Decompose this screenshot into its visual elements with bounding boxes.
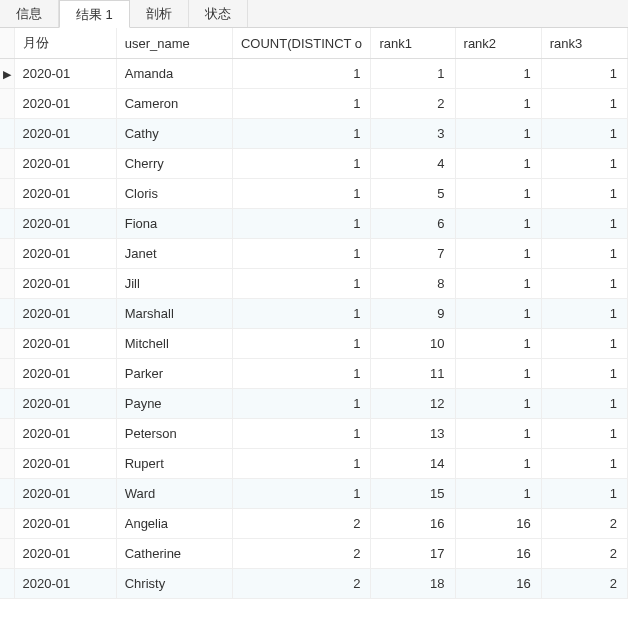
cell-count[interactable]: 1	[232, 209, 370, 239]
cell-month[interactable]: 2020-01	[14, 209, 116, 239]
cell-rank1[interactable]: 7	[371, 239, 455, 269]
cell-rank2[interactable]: 1	[455, 209, 541, 239]
cell-rank1[interactable]: 16	[371, 509, 455, 539]
cell-user-name[interactable]: Fiona	[116, 209, 232, 239]
table-row[interactable]: 2020-01Ward11511	[0, 479, 628, 509]
cell-count[interactable]: 1	[232, 299, 370, 329]
table-row[interactable]: 2020-01Angelia216162	[0, 509, 628, 539]
table-row[interactable]: 2020-01Catherine217162	[0, 539, 628, 569]
cell-month[interactable]: 2020-01	[14, 449, 116, 479]
cell-count[interactable]: 2	[232, 569, 370, 599]
cell-rank2[interactable]: 1	[455, 299, 541, 329]
cell-rank3[interactable]: 1	[541, 209, 627, 239]
cell-user-name[interactable]: Cameron	[116, 89, 232, 119]
table-row[interactable]: 2020-01Marshall1911	[0, 299, 628, 329]
table-row[interactable]: 2020-01Cloris1511	[0, 179, 628, 209]
cell-user-name[interactable]: Amanda	[116, 59, 232, 89]
table-row[interactable]: ▶2020-01Amanda1111	[0, 59, 628, 89]
cell-rank1[interactable]: 1	[371, 59, 455, 89]
cell-month[interactable]: 2020-01	[14, 479, 116, 509]
column-header-rank2[interactable]: rank2	[455, 28, 541, 59]
cell-month[interactable]: 2020-01	[14, 239, 116, 269]
cell-rank3[interactable]: 1	[541, 389, 627, 419]
cell-count[interactable]: 1	[232, 389, 370, 419]
cell-rank3[interactable]: 1	[541, 179, 627, 209]
table-row[interactable]: 2020-01Cathy1311	[0, 119, 628, 149]
table-row[interactable]: 2020-01Cherry1411	[0, 149, 628, 179]
cell-month[interactable]: 2020-01	[14, 419, 116, 449]
table-row[interactable]: 2020-01Rupert11411	[0, 449, 628, 479]
cell-rank2[interactable]: 16	[455, 569, 541, 599]
cell-rank2[interactable]: 1	[455, 389, 541, 419]
cell-rank1[interactable]: 18	[371, 569, 455, 599]
cell-month[interactable]: 2020-01	[14, 329, 116, 359]
cell-user-name[interactable]: Peterson	[116, 419, 232, 449]
cell-count[interactable]: 1	[232, 269, 370, 299]
column-header-month[interactable]: 月份	[14, 28, 116, 59]
cell-count[interactable]: 1	[232, 359, 370, 389]
cell-month[interactable]: 2020-01	[14, 89, 116, 119]
cell-rank3[interactable]: 1	[541, 149, 627, 179]
cell-month[interactable]: 2020-01	[14, 569, 116, 599]
cell-user-name[interactable]: Cathy	[116, 119, 232, 149]
cell-rank2[interactable]: 1	[455, 359, 541, 389]
cell-month[interactable]: 2020-01	[14, 269, 116, 299]
table-row[interactable]: 2020-01Jill1811	[0, 269, 628, 299]
cell-count[interactable]: 2	[232, 539, 370, 569]
cell-rank3[interactable]: 1	[541, 419, 627, 449]
cell-user-name[interactable]: Cloris	[116, 179, 232, 209]
cell-rank3[interactable]: 1	[541, 269, 627, 299]
cell-month[interactable]: 2020-01	[14, 119, 116, 149]
cell-month[interactable]: 2020-01	[14, 389, 116, 419]
cell-count[interactable]: 2	[232, 509, 370, 539]
column-header-count-distinct[interactable]: COUNT(DISTINCT o	[232, 28, 370, 59]
cell-month[interactable]: 2020-01	[14, 59, 116, 89]
cell-rank2[interactable]: 16	[455, 539, 541, 569]
cell-rank2[interactable]: 1	[455, 239, 541, 269]
cell-rank1[interactable]: 11	[371, 359, 455, 389]
cell-rank2[interactable]: 1	[455, 449, 541, 479]
cell-month[interactable]: 2020-01	[14, 149, 116, 179]
cell-count[interactable]: 1	[232, 119, 370, 149]
tab-profile[interactable]: 剖析	[130, 0, 189, 27]
cell-month[interactable]: 2020-01	[14, 539, 116, 569]
cell-month[interactable]: 2020-01	[14, 299, 116, 329]
cell-rank2[interactable]: 1	[455, 329, 541, 359]
cell-rank3[interactable]: 2	[541, 569, 627, 599]
cell-user-name[interactable]: Marshall	[116, 299, 232, 329]
cell-rank2[interactable]: 16	[455, 509, 541, 539]
cell-rank3[interactable]: 2	[541, 509, 627, 539]
cell-user-name[interactable]: Mitchell	[116, 329, 232, 359]
cell-user-name[interactable]: Rupert	[116, 449, 232, 479]
cell-rank1[interactable]: 4	[371, 149, 455, 179]
cell-rank1[interactable]: 13	[371, 419, 455, 449]
cell-rank2[interactable]: 1	[455, 149, 541, 179]
table-row[interactable]: 2020-01Parker11111	[0, 359, 628, 389]
cell-rank1[interactable]: 2	[371, 89, 455, 119]
cell-count[interactable]: 1	[232, 479, 370, 509]
cell-rank2[interactable]: 1	[455, 59, 541, 89]
cell-rank1[interactable]: 14	[371, 449, 455, 479]
cell-user-name[interactable]: Christy	[116, 569, 232, 599]
cell-rank3[interactable]: 1	[541, 449, 627, 479]
cell-count[interactable]: 1	[232, 449, 370, 479]
column-header-rank3[interactable]: rank3	[541, 28, 627, 59]
cell-rank1[interactable]: 6	[371, 209, 455, 239]
cell-user-name[interactable]: Ward	[116, 479, 232, 509]
cell-rank3[interactable]: 1	[541, 119, 627, 149]
cell-rank3[interactable]: 1	[541, 59, 627, 89]
column-header-user-name[interactable]: user_name	[116, 28, 232, 59]
cell-rank1[interactable]: 17	[371, 539, 455, 569]
cell-count[interactable]: 1	[232, 59, 370, 89]
table-row[interactable]: 2020-01Christy218162	[0, 569, 628, 599]
cell-rank2[interactable]: 1	[455, 179, 541, 209]
cell-rank2[interactable]: 1	[455, 269, 541, 299]
cell-rank1[interactable]: 9	[371, 299, 455, 329]
tab-info[interactable]: 信息	[0, 0, 59, 27]
cell-user-name[interactable]: Janet	[116, 239, 232, 269]
cell-count[interactable]: 1	[232, 329, 370, 359]
cell-rank2[interactable]: 1	[455, 479, 541, 509]
cell-month[interactable]: 2020-01	[14, 359, 116, 389]
cell-rank3[interactable]: 1	[541, 359, 627, 389]
tab-status[interactable]: 状态	[189, 0, 248, 27]
